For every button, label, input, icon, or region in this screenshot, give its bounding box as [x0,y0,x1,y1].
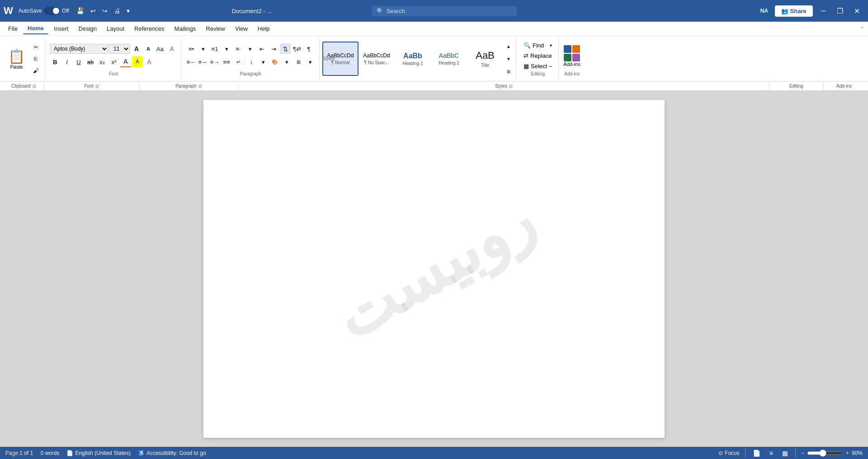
web-layout-btn[interactable]: ≡ [768,449,775,458]
print-preview-icon[interactable]: 🖨 [112,6,122,15]
align-right-button[interactable]: ≡→ [209,56,220,67]
styles-expand[interactable]: ⊞ [503,66,514,77]
styles-gallery: AaBbCcDd ¶ Normal AaBbCcDd ¶ No Spac... … [322,39,503,79]
menu-home[interactable]: Home [23,23,48,34]
numbered-list-button[interactable]: ≡1 [209,43,220,54]
font-family-select[interactable]: Aptos (Body) [50,44,108,54]
zoom-slider[interactable] [807,450,843,457]
customize-icon[interactable]: ▾ [125,6,132,15]
pilcrow-button[interactable]: ¶ [303,43,314,54]
find-button[interactable]: 🔍 Find ▾ [521,41,555,50]
align-center-button[interactable]: ≡↔ [198,56,208,67]
para-expand-icon[interactable]: ⊡ [198,84,202,89]
avatar[interactable]: NA [758,4,771,18]
menu-view[interactable]: View [231,23,252,34]
menu-file[interactable]: File [4,23,22,34]
font-expand-icon[interactable]: ⊡ [95,84,99,89]
search-input[interactable] [387,8,512,14]
zoom-in-btn[interactable]: + [846,450,849,456]
document-page[interactable]: روبيست [203,100,665,438]
show-marks-button[interactable]: ¶⇄ [292,43,302,54]
bullet-list-button[interactable]: ≡• [186,43,197,54]
clear-format-button[interactable]: A [166,43,177,54]
superscript-button[interactable]: x² [108,56,119,67]
print-layout-btn[interactable]: 📄 [751,449,762,458]
focus-button[interactable]: ⊙ Focus [718,450,740,456]
strikethrough-button[interactable]: ab [85,56,96,67]
document-title: Document2 - ... [135,8,368,14]
sort-button[interactable]: ⇅ [280,43,291,54]
text-color-button[interactable]: A [144,56,155,67]
shading-arrow[interactable]: ▾ [281,56,292,67]
outline-view-btn[interactable]: ▦ [780,449,790,458]
undo-arrow-icon[interactable]: ↪ [100,6,109,15]
zoom-out-btn[interactable]: − [801,450,804,456]
justify-button[interactable]: ≡≡ [221,56,232,67]
styles-expand-icon[interactable]: ⊡ [509,84,513,89]
style-heading1[interactable]: AaBb Heading 1 [395,42,431,76]
toggle-knob [53,8,59,14]
close-button[interactable]: ✕ [849,5,864,17]
ribbon-collapse-btn[interactable]: ⌃ [860,26,864,32]
autosave-area: AutoSave Off [19,7,69,15]
subscript-button[interactable]: x₂ [97,56,108,67]
border-arrow[interactable]: ▾ [305,56,316,67]
numbered-list-arrow[interactable]: ▾ [221,43,232,54]
underline-button[interactable]: U [73,56,84,67]
clipboard-expand-icon[interactable]: ⊡ [33,84,36,89]
shading-button[interactable]: 🎨 [269,56,280,67]
paragraph-group: ≡• ▾ ≡1 ▾ ≡· ▾ ⇤ ⇥ ⇅ ¶⇄ ¶ ≡← ≡↔ ≡→ ≡≡ [182,38,320,79]
menu-review[interactable]: Review [201,23,230,34]
font-size-select[interactable]: 11 [109,44,130,54]
menu-help[interactable]: Help [253,23,274,34]
style-title-label: Title [481,63,490,68]
line-spacing-button[interactable]: ↕ [246,56,257,67]
save-icon[interactable]: 💾 [75,6,86,15]
undo-icon[interactable]: ↩ [89,6,98,15]
menu-insert[interactable]: Insert [49,23,73,34]
status-right-area: ⊙ Focus 📄 ≡ ▦ − + 90% [718,449,863,458]
editing-section-label: Editing [769,82,824,90]
border-button[interactable]: ⊞ [293,56,304,67]
minimize-button[interactable]: ─ [816,5,830,17]
bullet-list-arrow[interactable]: ▾ [198,43,208,54]
search-box[interactable]: 🔍 [372,6,517,16]
grow-font-button[interactable]: A [131,43,142,54]
italic-button[interactable]: I [61,56,72,67]
styles-section-text: Styles [495,84,507,89]
styles-scroll-down[interactable]: ▼ [503,53,514,64]
focus-icon: ⊙ [718,450,723,456]
autosave-toggle[interactable] [44,7,60,15]
paste-button[interactable]: 📋 Paste [5,38,28,79]
menu-design[interactable]: Design [74,23,101,34]
increase-indent-button[interactable]: ⇥ [268,43,279,54]
addins-button[interactable]: Add-ins [563,40,580,71]
format-painter-button[interactable]: 🖌 [30,65,41,76]
styles-scroll-up[interactable]: ▲ [503,41,514,52]
select-button[interactable]: ▦ Select ~ [521,61,555,71]
editing-label: Editing [531,71,545,77]
style-nospace[interactable]: AaBbCcDd ¶ No Spac... [359,42,395,76]
restore-button[interactable]: ❐ [832,5,848,17]
multilevel-list-button[interactable]: ≡· [233,43,244,54]
replace-button[interactable]: ⇄ Replace [521,51,555,61]
font-color-button[interactable]: A [120,56,131,67]
copy-button[interactable]: ⎘ [30,53,41,64]
align-left-button[interactable]: ≡← [186,56,197,67]
style-heading2[interactable]: AaBbC Heading 2 [431,42,467,76]
shrink-font-button[interactable]: A [143,43,154,54]
menu-layout[interactable]: Layout [102,23,129,34]
style-title[interactable]: AaB Title [467,42,503,76]
multilevel-list-arrow[interactable]: ▾ [245,43,255,54]
menu-mailings[interactable]: Mailings [170,23,201,34]
highlight-button[interactable]: A [132,56,143,67]
line-spacing-arrow[interactable]: ▾ [258,56,269,67]
cut-button[interactable]: ✂ [30,42,41,52]
share-button[interactable]: 👥 Share [775,5,813,17]
change-case-button[interactable]: Aa [155,43,165,54]
menu-references[interactable]: References [130,23,169,34]
bold-button[interactable]: B [50,56,61,67]
style-title-preview: AaB [476,50,495,61]
rtl-button[interactable]: ↵ [233,56,244,67]
decrease-indent-button[interactable]: ⇤ [256,43,267,54]
